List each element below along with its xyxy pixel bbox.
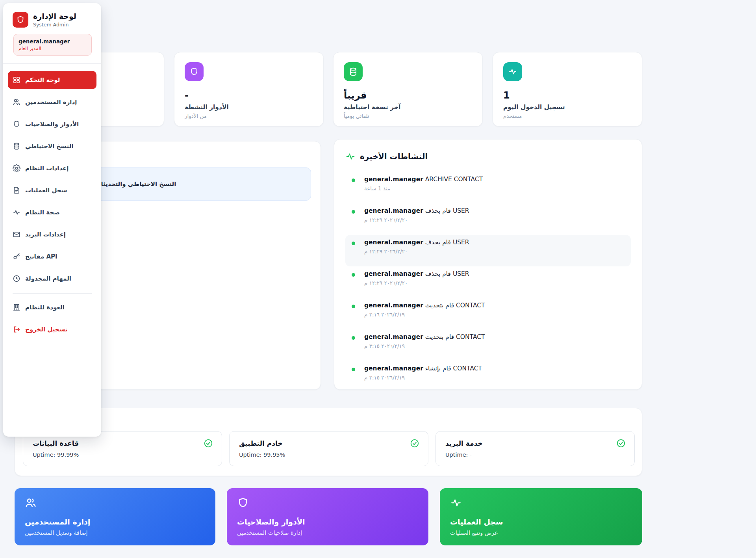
sidebar-item-users[interactable]: إدارة المستخدمين	[8, 93, 96, 111]
dashboard-icon	[13, 76, 20, 84]
sidebar-item-dashboard[interactable]: لوحة التحكم	[8, 71, 96, 89]
activity-timestamp: ٢٠٢٦/٢/١٩ ٣:١٥ م	[364, 374, 624, 381]
status-dot-icon	[352, 210, 355, 214]
stat-label: آخر نسخة احتياطية	[344, 104, 472, 111]
sidebar-item-roles[interactable]: الأدوار والصلاحيات	[8, 115, 96, 133]
status-dot-icon	[352, 273, 355, 277]
activity-action: ARCHIVE CONTACT	[425, 176, 483, 183]
activity-row-highlighted[interactable]: general.manager قام بحذف USER ٢٠٢٦/٢/٢٠ …	[345, 235, 631, 266]
status-name: قاعدة البيانات	[33, 439, 212, 447]
quick-action-title: إدارة المستخدمين	[25, 517, 205, 526]
stat-value: -	[185, 91, 313, 100]
sidebar-item-backup[interactable]: النسخ الاحتياطي	[8, 137, 96, 155]
status-uptime: Uptime: -	[445, 452, 625, 458]
recent-activities-card: النشاطات الأخيرة general.manager ARCHIVE…	[334, 139, 642, 390]
shield-logo-icon	[13, 12, 28, 28]
status-dot-icon	[352, 242, 355, 245]
stat-sublabel: تلقائي يومياً	[344, 113, 472, 119]
activity-icon	[13, 208, 20, 216]
stat-value: قريباً	[344, 91, 472, 100]
sidebar-item-label: النسخ الاحتياطي	[25, 143, 74, 150]
recent-activities-header: النشاطات الأخيرة	[345, 151, 631, 162]
document-icon	[13, 186, 20, 194]
activity-list: general.manager ARCHIVE CONTACT منذ 1 سا…	[345, 172, 631, 392]
sidebar-item-api-keys[interactable]: مفاتيح API	[8, 247, 96, 266]
database-icon	[13, 142, 20, 150]
quick-action-operations-log[interactable]: سجل العمليات عرض وتتبع العمليات	[440, 488, 642, 545]
activity-timestamp: ٢٠٢٦/٢/١٩ ٣:١٥ م	[364, 343, 624, 349]
activity-user: general.manager	[364, 302, 423, 309]
activity-user: general.manager	[364, 239, 423, 246]
stat-card-active-roles: - الأدوار النشطة من الأدوار	[174, 52, 324, 126]
sidebar-item-mail-settings[interactable]: إعدادات البريد	[8, 225, 96, 244]
sidebar-item-back-to-system[interactable]: العودة للنظام	[8, 298, 96, 316]
activity-row[interactable]: general.manager قام بحذف USER ٢٠٢٦/٢/٢٠ …	[345, 266, 631, 298]
shield-icon	[13, 120, 20, 128]
activity-icon	[450, 497, 632, 509]
app-subtitle: System Admin	[33, 22, 76, 28]
sidebar-item-scheduled-tasks[interactable]: المهام المجدولة	[8, 270, 96, 288]
sidebar-item-label: إعدادات البريد	[25, 231, 66, 238]
activity-row[interactable]: general.manager قام بتحديث CONTACT ٢٠٢٦/…	[345, 329, 631, 361]
stat-card-logins-today: 1 تسجيل الدخول اليوم مستخدم	[493, 52, 642, 126]
check-circle-icon	[616, 439, 626, 448]
sidebar-divider	[13, 293, 92, 294]
activity-row[interactable]: general.manager قام بإنشاء CONTACT ٢٠٢٦/…	[345, 361, 631, 392]
sidebar-item-label: مفاتيح API	[25, 253, 57, 260]
clock-icon	[13, 275, 20, 283]
sidebar-item-label: صحة النظام	[25, 209, 60, 216]
sidebar-nav: لوحة التحكم إدارة المستخدمين الأدوار وال…	[3, 64, 101, 339]
check-circle-icon	[204, 439, 213, 448]
app-title: لوحة الإدارة	[33, 12, 76, 21]
activity-user: general.manager	[364, 270, 423, 277]
stat-sublabel: من الأدوار	[185, 113, 313, 119]
sidebar-item-system-settings[interactable]: إعدادات النظام	[8, 159, 96, 177]
activity-action: قام بتحديث CONTACT	[425, 333, 485, 340]
quick-action-roles[interactable]: الأدوار والصلاحيات إدارة صلاحيات المستخد…	[227, 488, 428, 545]
key-icon	[13, 253, 20, 260]
sidebar-header: لوحة الإدارة System Admin	[3, 10, 101, 28]
activity-action: قام بتحديث CONTACT	[425, 302, 485, 309]
activity-row[interactable]: general.manager قام بتحديث CONTACT ٢٠٢٦/…	[345, 298, 631, 329]
status-uptime: Uptime: 99.95%	[239, 452, 419, 458]
activity-timestamp: ٢٠٢٦/٢/٢٠ ١٢:٢٩ م	[364, 217, 624, 223]
stat-value: 1	[503, 91, 632, 100]
system-status-section: قاعدة البيانات Uptime: 99.99% خادم التطب…	[15, 408, 642, 476]
sidebar-item-system-health[interactable]: صحة النظام	[8, 203, 96, 221]
sidebar-item-label: إعدادات النظام	[25, 165, 69, 172]
sidebar-item-label: المهام المجدولة	[25, 275, 71, 282]
status-card-app-server: خادم التطبيق Uptime: 99.95%	[229, 431, 428, 466]
activity-timestamp: منذ 1 ساعة	[364, 185, 624, 192]
recent-activities-title: النشاطات الأخيرة	[360, 152, 428, 161]
sidebar-item-label: إدارة المستخدمين	[25, 99, 77, 106]
activity-user: general.manager	[364, 333, 423, 340]
shield-icon	[237, 497, 418, 509]
sidebar-item-operations-log[interactable]: سجل العمليات	[8, 181, 96, 199]
shield-icon	[185, 62, 204, 81]
activity-action: قام بإنشاء CONTACT	[425, 365, 482, 372]
mail-icon	[13, 231, 20, 238]
sidebar-item-label: لوحة التحكم	[25, 76, 60, 84]
activity-icon	[345, 151, 356, 162]
status-dot-icon	[352, 368, 355, 371]
sidebar-item-logout[interactable]: تسجيل الخروج	[8, 320, 96, 339]
activity-timestamp: ٢٠٢٦/٢/٢٠ ١٢:٢٩ م	[364, 280, 624, 286]
status-uptime: Uptime: 99.99%	[33, 452, 212, 458]
current-user-role: المدير العام	[19, 46, 87, 51]
users-icon	[13, 98, 20, 106]
database-icon	[344, 62, 363, 81]
quick-action-title: الأدوار والصلاحيات	[237, 517, 418, 526]
quick-action-subtitle: عرض وتتبع العمليات	[450, 530, 632, 536]
quick-action-title: سجل العمليات	[450, 517, 632, 526]
activity-timestamp: ٢٠٢٦/٢/٢٠ ١٢:٢٩ م	[364, 248, 624, 255]
activity-row[interactable]: general.manager قام بحذف USER ٢٠٢٦/٢/٢٠ …	[345, 203, 631, 235]
activity-row[interactable]: general.manager ARCHIVE CONTACT منذ 1 سا…	[345, 172, 631, 203]
activity-action: قام بحذف USER	[425, 207, 469, 214]
activity-action: قام بحذف USER	[425, 270, 469, 277]
quick-action-subtitle: إضافة وتعديل المستخدمين	[25, 530, 205, 536]
stat-card-last-backup: قريباً آخر نسخة احتياطية تلقائي يومياً	[333, 52, 483, 126]
status-dot-icon	[352, 179, 355, 182]
activity-user: general.manager	[364, 365, 423, 372]
check-circle-icon	[410, 439, 419, 448]
quick-action-users[interactable]: إدارة المستخدمين إضافة وتعديل المستخدمين	[15, 488, 215, 545]
